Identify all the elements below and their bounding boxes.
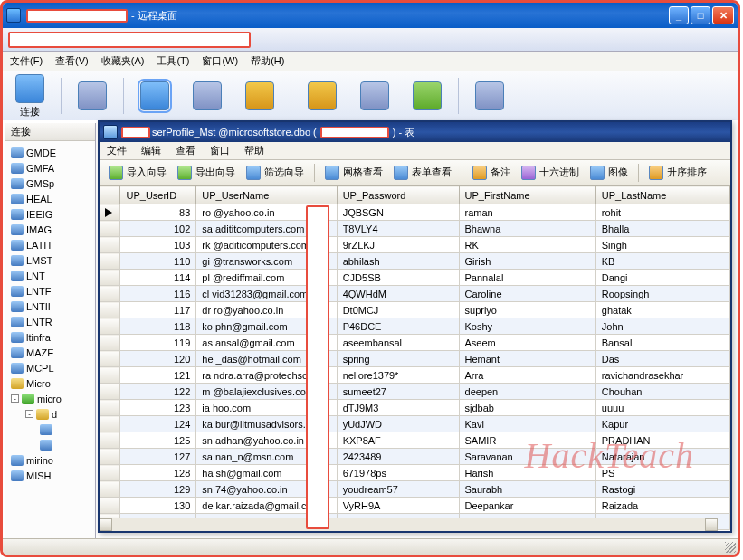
cell-lastname[interactable]: Dangi	[595, 270, 729, 286]
cell-lastname[interactable]: rohit	[595, 204, 729, 221]
cell-password[interactable]: nellore1379*	[337, 367, 459, 384]
cell-username[interactable]: pl @rediffmail.com	[196, 270, 337, 286]
cell-username[interactable]: ko phn@gmail.com	[196, 318, 337, 335]
menu-tools[interactable]: 工具(T)	[157, 54, 189, 68]
cell-password[interactable]: yUdJWD	[337, 416, 459, 432]
cell-userid[interactable]: 103	[120, 237, 196, 253]
scroll-right-arrow[interactable]	[705, 518, 718, 531]
row-header[interactable]	[100, 416, 120, 432]
cell-lastname[interactable]: KB	[595, 253, 729, 270]
cell-userid[interactable]: 119	[120, 335, 196, 351]
cell-lastname[interactable]: Rastogi	[595, 481, 729, 498]
cell-userid[interactable]: 121	[120, 367, 196, 384]
cell-username[interactable]: ra ndra.arra@protechsolu	[196, 367, 337, 384]
column-header[interactable]: UP_LastName	[595, 186, 729, 204]
table-row[interactable]: 116cl vid31283@gmail.com4QWHdMCarolineRo…	[100, 286, 730, 302]
tree-item[interactable]: LNTR	[7, 314, 93, 329]
tree-item[interactable]: Micro	[7, 375, 93, 391]
cell-username[interactable]: cl vid31283@gmail.com	[196, 286, 337, 302]
cell-lastname[interactable]: ravichandrasekhar	[595, 367, 729, 384]
tree-item[interactable]: MISH	[7, 468, 93, 483]
cell-userid[interactable]: 129	[120, 481, 196, 498]
cell-lastname[interactable]: Bhalla	[595, 221, 729, 237]
scroll-left-arrow[interactable]	[100, 518, 112, 531]
menu-help[interactable]: 帮助(H)	[251, 54, 284, 68]
form-view-button[interactable]: 表单查看	[390, 164, 455, 182]
cell-password[interactable]: KXP8AF	[337, 432, 459, 449]
cell-username[interactable]: gi @transworks.com	[196, 253, 337, 270]
cell-firstname[interactable]: Deepankar	[459, 498, 595, 514]
tree-item[interactable]: HEAL	[7, 191, 93, 206]
cell-userid[interactable]: 123	[120, 400, 196, 416]
cell-firstname[interactable]: Arra	[459, 367, 595, 384]
tree-item[interactable]: LNT	[7, 268, 93, 283]
cell-password[interactable]: youdream57	[337, 481, 459, 498]
tree-item[interactable]: -micro	[7, 391, 93, 406]
tree-item[interactable]: IMAG	[7, 222, 93, 237]
cell-firstname[interactable]: Saravanan	[459, 449, 595, 465]
cell-firstname[interactable]: Kavi	[459, 416, 595, 432]
tree-item[interactable]: mirino	[7, 452, 93, 468]
cell-lastname[interactable]: John	[595, 318, 729, 335]
cell-password[interactable]: JQBSGN	[337, 204, 459, 221]
column-header[interactable]: UP_Password	[337, 186, 459, 204]
cell-lastname[interactable]: Chouhan	[595, 384, 729, 400]
table-row[interactable]: 124ka bur@litmusadvisors.comyUdJWDKaviKa…	[100, 416, 730, 432]
cell-firstname[interactable]: Caroline	[459, 286, 595, 302]
cell-username[interactable]: m @balajiexclusives.com	[196, 384, 337, 400]
cell-firstname[interactable]: Harish	[459, 465, 595, 481]
cell-password[interactable]: spring	[337, 351, 459, 367]
cell-password[interactable]: Dt0MCJ	[337, 302, 459, 318]
cell-username[interactable]: he _das@hotmail.com	[196, 351, 337, 367]
toolbar-btn-3[interactable]	[133, 81, 176, 110]
cell-userid[interactable]: 102	[120, 221, 196, 237]
hex-button[interactable]: 十六进制	[518, 164, 583, 182]
outer-titlebar[interactable]: - 远程桌面 _ □ ✕	[3, 3, 738, 28]
cell-firstname[interactable]: supriyo	[459, 302, 595, 318]
table-row[interactable]: 123ia hoo.comdTJ9M3sjdbabuuuu	[100, 400, 730, 416]
tree-item[interactable]: -d	[7, 406, 93, 422]
tree-item[interactable]: GMFA	[7, 160, 93, 176]
cell-firstname[interactable]: RK	[459, 237, 595, 253]
cell-username[interactable]: dr ro@yahoo.co.in	[196, 302, 337, 318]
cell-lastname[interactable]: Kapur	[595, 416, 729, 432]
horizontal-scrollbar[interactable]	[100, 518, 718, 531]
cell-username[interactable]: sn 74@yahoo.co.in	[196, 481, 337, 498]
row-header[interactable]	[100, 302, 120, 318]
menu-view[interactable]: 查看(V)	[55, 54, 89, 68]
toolbar-btn-5[interactable]	[238, 81, 281, 110]
cell-userid[interactable]: 120	[120, 351, 196, 367]
filter-wizard-button[interactable]: 筛选向导	[243, 164, 308, 182]
row-header[interactable]	[100, 270, 120, 286]
row-header[interactable]	[100, 465, 120, 481]
tree-item[interactable]: LMST	[7, 252, 93, 268]
table-row[interactable]: 118ko phn@gmail.comP46DCEKoshyJohn	[100, 318, 730, 335]
cell-userid[interactable]: 83	[120, 204, 196, 221]
cell-firstname[interactable]: Girish	[459, 253, 595, 270]
table-row[interactable]: 121ra ndra.arra@protechsolunellore1379*A…	[100, 367, 730, 384]
cell-firstname[interactable]: Koshy	[459, 318, 595, 335]
tree-item[interactable]: LNTII	[7, 299, 93, 314]
table-row[interactable]: 129sn 74@yahoo.co.inyoudream57SaurabhRas…	[100, 481, 730, 498]
cell-username[interactable]: rk @aditicomputers.com	[196, 237, 337, 253]
connection-tree[interactable]: GMDEGMFAGMSpHEALIEEIGIMAGLATITLMSTLNTLNT…	[5, 141, 95, 538]
cell-userid[interactable]: 125	[120, 432, 196, 449]
cell-userid[interactable]: 114	[120, 270, 196, 286]
table-row[interactable]: 120he _das@hotmail.comspringHemantDas	[100, 351, 730, 367]
row-header[interactable]	[100, 204, 120, 221]
close-button[interactable]: ✕	[712, 6, 734, 24]
cell-userid[interactable]: 130	[120, 498, 196, 514]
tree-item[interactable]: GMDE	[7, 145, 93, 160]
cell-username[interactable]: sn adhan@yahoo.co.in	[196, 432, 337, 449]
row-header[interactable]	[100, 432, 120, 449]
cell-username[interactable]: sa nan_n@msn.com	[196, 449, 337, 465]
table-row[interactable]: 130de kar.raizada@gmail.comVyRH9ADeepank…	[100, 498, 730, 514]
row-header[interactable]	[100, 237, 120, 253]
table-row[interactable]: 122m @balajiexclusives.comsumeet27deepen…	[100, 384, 730, 400]
table-row[interactable]: 117dr ro@yahoo.co.inDt0MCJsupriyoghatak	[100, 302, 730, 318]
export-wizard-button[interactable]: 导出向导	[174, 164, 239, 182]
row-header[interactable]	[100, 384, 120, 400]
cell-username[interactable]: ka bur@litmusadvisors.com	[196, 416, 337, 432]
cell-lastname[interactable]: PS	[595, 465, 729, 481]
cell-username[interactable]: ro @yahoo.co.in	[196, 204, 337, 221]
